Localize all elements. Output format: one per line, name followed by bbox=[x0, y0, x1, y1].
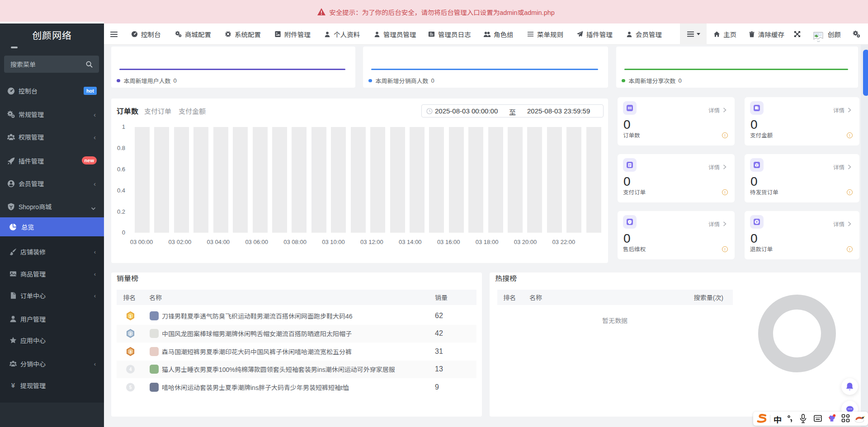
svg-text:1: 1 bbox=[129, 314, 132, 319]
svg-text:¥: ¥ bbox=[11, 382, 15, 389]
svg-text:5: 5 bbox=[129, 385, 132, 390]
svg-text:3: 3 bbox=[129, 349, 132, 354]
svg-text:4: 4 bbox=[129, 367, 132, 372]
svg-text:2: 2 bbox=[129, 331, 132, 336]
